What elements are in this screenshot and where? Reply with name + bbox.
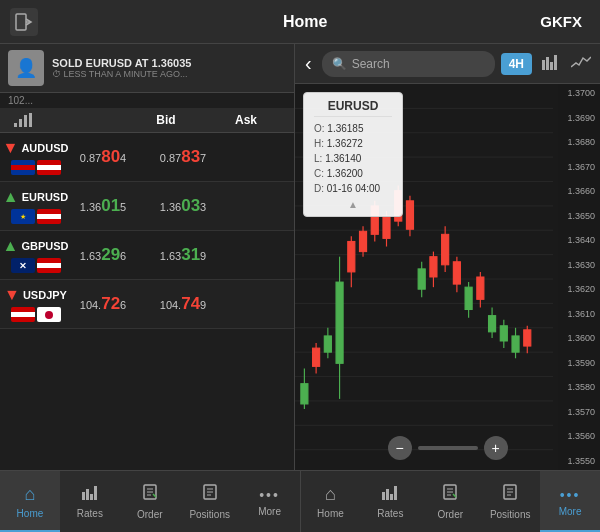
- zoom-controls: − +: [388, 436, 508, 460]
- ask-price: 1.63319: [143, 245, 223, 265]
- svg-rect-32: [336, 282, 343, 363]
- pair-flag-area: ▼ AUDUSD: [8, 139, 63, 175]
- chart-topbar: ‹ 🔍 Search 4H: [295, 44, 600, 84]
- right-panel: ‹ 🔍 Search 4H: [295, 44, 600, 470]
- bid-price: 104.726: [63, 294, 143, 314]
- svg-rect-64: [524, 330, 531, 346]
- nav-item-home[interactable]: ⌂ Home: [0, 471, 60, 532]
- nav-label-positions2: Positions: [490, 509, 531, 520]
- direction-icon: ▲: [3, 237, 19, 255]
- pair-name: USDJPY: [23, 289, 67, 301]
- logout-button[interactable]: [10, 8, 38, 36]
- price-label: 1.3590: [560, 358, 598, 368]
- svg-rect-52: [453, 262, 460, 284]
- notification-time: ⏱ LESS THAN A MINUTE AGO...: [52, 69, 286, 79]
- ask-suffix: 7: [200, 152, 206, 164]
- search-placeholder: Search: [352, 57, 390, 71]
- svg-rect-30: [324, 336, 331, 352]
- pair-name: EURUSD: [22, 191, 68, 203]
- svg-rect-26: [301, 384, 308, 404]
- flag-gb: ✕: [11, 258, 35, 273]
- price-label: 1.3560: [560, 431, 598, 441]
- svg-rect-34: [348, 241, 355, 271]
- zoom-in-button[interactable]: +: [484, 436, 508, 460]
- nav-label-home2: Home: [317, 508, 344, 519]
- nav-item-rates[interactable]: Rates: [60, 471, 120, 532]
- svg-rect-56: [477, 277, 484, 299]
- ask-main: 74: [181, 294, 200, 313]
- price-label: 1.3570: [560, 407, 598, 417]
- nav-item-order[interactable]: Order: [120, 471, 180, 532]
- timeframe-button[interactable]: 4H: [501, 53, 532, 75]
- nav-item-order2[interactable]: Order: [420, 471, 480, 532]
- table-row[interactable]: ▲ GBPUSD ✕ 1.63296 1.63319: [0, 231, 294, 280]
- home-icon: ⌂: [25, 484, 36, 505]
- rates2-icon: [381, 484, 399, 505]
- bid-prefix: 104.: [80, 299, 101, 311]
- notification-bar: 👤 SOLD EURUSD AT 1.36035 ⏱ LESS THAN A M…: [0, 44, 294, 93]
- nav-item-more2[interactable]: ••• More: [540, 471, 600, 532]
- flag-au: [11, 160, 35, 175]
- bid-prefix: 1.63: [80, 250, 101, 262]
- app-header: Home GKFX: [0, 0, 600, 44]
- nav-label-more: More: [258, 506, 281, 517]
- ask-price: 0.87837: [143, 147, 223, 167]
- ask-main: 03: [181, 196, 200, 215]
- tooltip-open: O: 1.36185: [314, 121, 392, 136]
- svg-rect-8: [550, 62, 553, 70]
- ask-prefix: 0.87: [160, 152, 181, 164]
- search-box[interactable]: 🔍 Search: [322, 51, 495, 77]
- svg-rect-62: [512, 336, 519, 352]
- table-row[interactable]: ▼ USDJPY 104.726 104.749: [0, 280, 294, 329]
- ask-suffix: 9: [200, 299, 206, 311]
- nav-label-more2: More: [559, 506, 582, 517]
- svg-rect-36: [360, 231, 367, 251]
- pair-flag-area: ▼ USDJPY: [8, 286, 63, 322]
- zoom-out-button[interactable]: −: [388, 436, 412, 460]
- flag-us: [37, 160, 61, 175]
- svg-rect-65: [82, 492, 85, 500]
- ask-price: 104.749: [143, 294, 223, 314]
- svg-rect-58: [489, 316, 496, 332]
- svg-rect-66: [86, 489, 89, 500]
- price-label: 1.3620: [560, 284, 598, 294]
- back-button[interactable]: ‹: [301, 52, 316, 75]
- pair-flag-area: ▲ GBPUSD ✕: [8, 237, 63, 273]
- chart-area[interactable]: 1.3700 1.3690 1.3680 1.3670 1.3660 1.365…: [295, 84, 600, 470]
- ask-main: 83: [181, 147, 200, 166]
- svg-rect-7: [546, 57, 549, 70]
- nav-item-positions[interactable]: Positions: [180, 471, 240, 532]
- tooltip-datetime: D: 01-16 04:00: [314, 181, 392, 196]
- chart-line-icon[interactable]: [568, 55, 594, 73]
- price-label: 1.3600: [560, 333, 598, 343]
- zoom-slider[interactable]: [418, 446, 478, 450]
- chart-bar-icon[interactable]: [538, 54, 562, 74]
- svg-rect-9: [554, 55, 557, 70]
- more2-icon: •••: [560, 487, 581, 503]
- price-label: 1.3640: [560, 235, 598, 245]
- svg-rect-28: [313, 348, 320, 366]
- ask-prefix: 104.: [160, 299, 181, 311]
- nav-label-rates: Rates: [77, 508, 103, 519]
- bid-price: 0.87804: [63, 147, 143, 167]
- nav-item-positions2[interactable]: Positions: [480, 471, 540, 532]
- flag-pair: ✕: [11, 258, 61, 273]
- table-row[interactable]: ▲ EURUSD ★ 1.36015 1.36033: [0, 182, 294, 231]
- brand-label: GKFX: [540, 13, 582, 30]
- svg-rect-67: [90, 494, 93, 500]
- nav-item-home2[interactable]: ⌂ Home: [301, 471, 361, 532]
- svg-rect-5: [29, 113, 32, 127]
- pair-flag-area: ▲ EURUSD ★: [8, 188, 63, 224]
- table-row[interactable]: ▼ AUDUSD 0.87804 0.87837: [0, 133, 294, 182]
- tooltip-low: L: 1.36140: [314, 151, 392, 166]
- table-header: Bid Ask: [0, 108, 294, 133]
- bid-suffix: 6: [120, 299, 126, 311]
- bid-suffix: 4: [120, 152, 126, 164]
- price-label: 1.3550: [560, 456, 598, 466]
- svg-rect-78: [386, 489, 389, 500]
- ask-suffix: 3: [200, 201, 206, 213]
- ask-header: Ask: [206, 113, 286, 127]
- left-panel: 👤 SOLD EURUSD AT 1.36035 ⏱ LESS THAN A M…: [0, 44, 295, 470]
- nav-item-rates2[interactable]: Rates: [360, 471, 420, 532]
- nav-item-more[interactable]: ••• More: [240, 471, 300, 532]
